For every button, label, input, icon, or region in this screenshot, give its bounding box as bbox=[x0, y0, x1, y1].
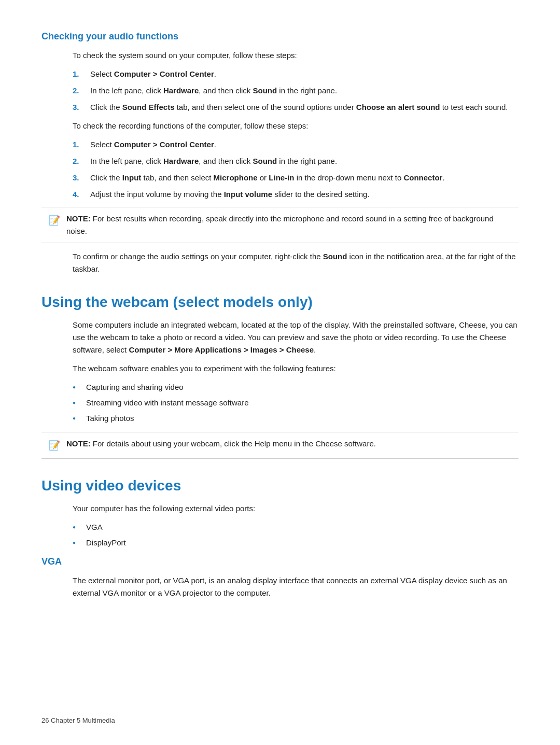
step-text: Select Computer > Control Center. bbox=[90, 68, 519, 80]
note-text: NOTE: For details about using your webca… bbox=[66, 438, 376, 450]
webcam-section: Using the webcam (select models only) So… bbox=[41, 294, 519, 459]
audio-outro: To confirm or change the audio settings … bbox=[73, 250, 519, 275]
list-item: Taking photos bbox=[73, 412, 519, 425]
list-item-text: Streaming video with instant message sof… bbox=[86, 397, 248, 409]
audio-steps1-list: Select Computer > Control Center. In the… bbox=[73, 68, 519, 114]
note-text: NOTE: For best results when recording, s… bbox=[66, 213, 511, 237]
vga-heading: VGA bbox=[41, 556, 519, 567]
list-item: Click the Sound Effects tab, and then se… bbox=[73, 101, 519, 114]
webcam-note-box: 📝 NOTE: For details about using your web… bbox=[41, 432, 519, 459]
audio-intro2: To check the recording functions of the … bbox=[73, 120, 519, 132]
page-footer: 26 Chapter 5 Multimedia bbox=[41, 716, 115, 724]
video-intro: Your computer has the following external… bbox=[73, 502, 519, 515]
audio-steps2-list: Select Computer > Control Center. In the… bbox=[73, 138, 519, 201]
list-item: Select Computer > Control Center. bbox=[73, 68, 519, 80]
note-icon: 📝 bbox=[49, 438, 61, 453]
list-item-text: Taking photos bbox=[86, 412, 134, 425]
audio-section: Checking your audio functions To check t… bbox=[41, 31, 519, 275]
list-item-text: Capturing and sharing video bbox=[86, 381, 184, 393]
list-item: Streaming video with instant message sof… bbox=[73, 397, 519, 409]
webcam-features-list: Capturing and sharing video Streaming vi… bbox=[73, 381, 519, 425]
list-item: In the left pane, click Hardware, and th… bbox=[73, 85, 519, 97]
list-item: Adjust the input volume by moving the In… bbox=[73, 188, 519, 201]
list-item: VGA bbox=[73, 521, 519, 533]
webcam-heading: Using the webcam (select models only) bbox=[41, 294, 519, 311]
audio-note-box: 📝 NOTE: For best results when recording,… bbox=[41, 207, 519, 243]
vga-description: The external monitor port, or VGA port, … bbox=[73, 574, 519, 599]
step-text: Select Computer > Control Center. bbox=[90, 138, 519, 151]
list-item: Capturing and sharing video bbox=[73, 381, 519, 393]
list-item: In the left pane, click Hardware, and th… bbox=[73, 155, 519, 167]
note-label: NOTE: bbox=[66, 214, 91, 223]
list-item: Select Computer > Control Center. bbox=[73, 138, 519, 151]
list-item: Click the Input tab, and then select Mic… bbox=[73, 172, 519, 184]
step-text: Adjust the input volume by moving the In… bbox=[90, 188, 519, 201]
audio-intro1: To check the system sound on your comput… bbox=[73, 49, 519, 62]
note-icon: 📝 bbox=[49, 213, 61, 228]
webcam-intro: Some computers include an integrated web… bbox=[73, 319, 519, 356]
step-text: Click the Input tab, and then select Mic… bbox=[90, 172, 519, 184]
list-item-text: VGA bbox=[86, 521, 103, 533]
video-heading: Using video devices bbox=[41, 477, 519, 494]
step-text: In the left pane, click Hardware, and th… bbox=[90, 85, 519, 97]
video-ports-list: VGA DisplayPort bbox=[73, 521, 519, 549]
step-text: Click the Sound Effects tab, and then se… bbox=[90, 101, 519, 114]
step-text: In the left pane, click Hardware, and th… bbox=[90, 155, 519, 167]
note-label: NOTE: bbox=[66, 439, 91, 448]
video-section: Using video devices Your computer has th… bbox=[41, 477, 519, 599]
list-item: DisplayPort bbox=[73, 537, 519, 549]
audio-heading: Checking your audio functions bbox=[41, 31, 519, 42]
note-content: For details about using your webcam, cli… bbox=[93, 439, 376, 448]
webcam-features-intro: The webcam software enables you to exper… bbox=[73, 362, 519, 375]
note-content: For best results when recording, speak d… bbox=[66, 214, 494, 235]
list-item-text: DisplayPort bbox=[86, 537, 126, 549]
